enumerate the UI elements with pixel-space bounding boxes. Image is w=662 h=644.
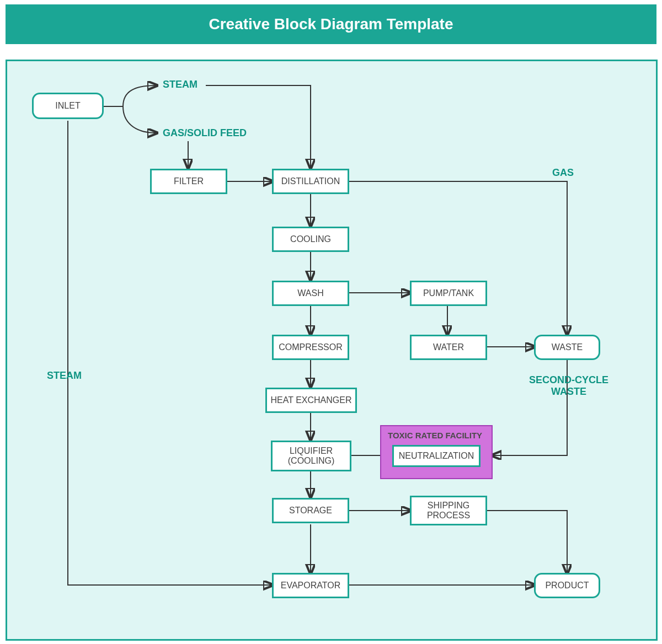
node-shipping-process: SHIPPING PROCESS — [410, 496, 487, 525]
node-heat-exchanger: HEAT EXCHANGER — [265, 388, 357, 413]
node-compressor: COMPRESSOR — [272, 335, 349, 360]
node-label: DISTILLATION — [281, 176, 340, 186]
node-filter: FILTER — [150, 169, 227, 194]
node-water: WATER — [410, 335, 487, 360]
node-storage: STORAGE — [272, 498, 349, 523]
node-label: EVAPORATOR — [281, 581, 340, 591]
node-wash: WASH — [272, 281, 349, 306]
node-cooling: COOLING — [272, 227, 349, 252]
node-liquifier: LIQUIFIER (COOLING) — [271, 441, 351, 471]
label-steam-top: STEAM — [163, 79, 197, 90]
node-evaporator: EVAPORATOR — [272, 573, 349, 598]
title-bar: Creative Block Diagram Template — [6, 4, 656, 44]
node-label: STORAGE — [289, 506, 332, 516]
node-neutralization: NEUTRALIZATION — [392, 445, 481, 467]
label-steam-left: STEAM — [47, 370, 82, 382]
node-label: LIQUIFIER (COOLING) — [276, 446, 346, 466]
node-label: PRODUCT — [545, 581, 589, 591]
node-product: PRODUCT — [534, 573, 600, 598]
node-label: COMPRESSOR — [279, 342, 343, 352]
node-label: FILTER — [174, 176, 204, 186]
node-label: SHIPPING PROCESS — [415, 501, 482, 520]
node-distillation: DISTILLATION — [272, 169, 349, 194]
node-label: PUMP/TANK — [423, 288, 474, 298]
node-waste: WASTE — [534, 335, 600, 360]
page-title: Creative Block Diagram Template — [209, 15, 453, 33]
node-label: NEUTRALIZATION — [399, 451, 474, 461]
node-label: WASH — [297, 288, 323, 298]
diagram-canvas: Creative Block Diagram Template — [0, 0, 662, 644]
label-gas-solid-feed: GAS/SOLID FEED — [163, 127, 247, 139]
node-inlet: INLET — [32, 93, 104, 119]
node-label: INLET — [55, 101, 80, 111]
toxic-facility-title: TOXIC RATED FACILITY — [381, 426, 492, 440]
label-second-cycle-waste: SECOND-CYCLE WASTE — [525, 374, 613, 398]
diagram-frame: INLET STEAM GAS/SOLID FEED GAS STEAM SEC… — [6, 60, 658, 641]
node-label: WATER — [433, 342, 464, 352]
node-label: COOLING — [290, 234, 331, 244]
node-label: HEAT EXCHANGER — [271, 395, 352, 405]
label-gas: GAS — [552, 167, 574, 179]
node-pump-tank: PUMP/TANK — [410, 281, 487, 306]
node-label: WASTE — [552, 342, 583, 352]
